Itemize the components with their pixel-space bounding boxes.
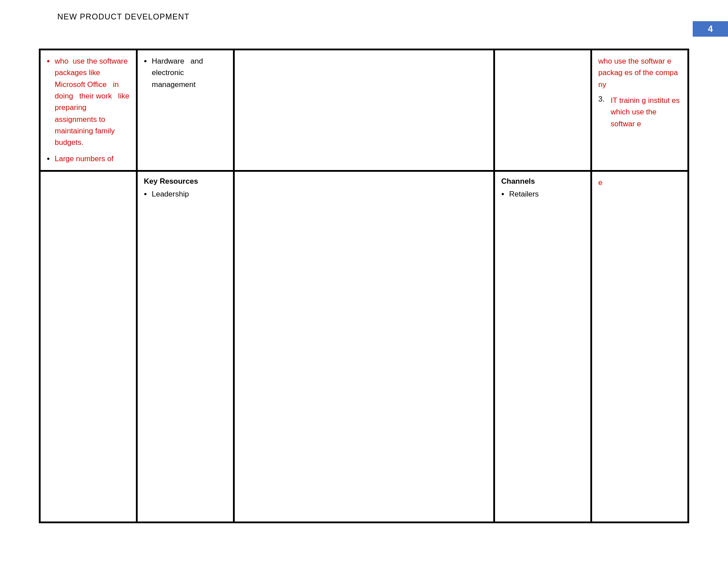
cell-col2-bot: Key Resources Leadership [137, 171, 234, 522]
col2-top-bullet1: Hardware and electronic management [152, 56, 227, 91]
page-number-badge: 4 [693, 21, 728, 37]
channels-item1: Retailers [509, 189, 584, 200]
cell-col2-top: Hardware and electronic management [137, 49, 234, 171]
cell-col5-bot: e [591, 171, 688, 522]
cell-col1-bot [40, 171, 137, 522]
key-resources-item1: Leadership [152, 189, 227, 200]
key-resources-label: Key Resources [144, 177, 227, 186]
grid-container: who use the software packages like Micro… [39, 49, 689, 523]
item3-text: IT trainin g institut es which use the s… [611, 95, 681, 130]
col1-top-bullet2: Large numbers of [55, 153, 130, 165]
cell-col3-bot [234, 171, 494, 522]
col1-top-bullet1: who use the software packages like Micro… [55, 56, 130, 149]
channels-label: Channels [501, 177, 584, 186]
item3-number: 3. [598, 95, 608, 130]
cell-col4-bot: Channels Retailers [494, 171, 591, 522]
cell-col4-top [494, 49, 591, 171]
cell-col1-top: who use the software packages like Micro… [40, 49, 137, 171]
cell-col5-top: who use the softwar e packag es of the c… [591, 49, 688, 171]
page-title: NEW PRODUCT DEVELOPMENT [57, 12, 190, 22]
cell-col3-top [234, 49, 494, 171]
